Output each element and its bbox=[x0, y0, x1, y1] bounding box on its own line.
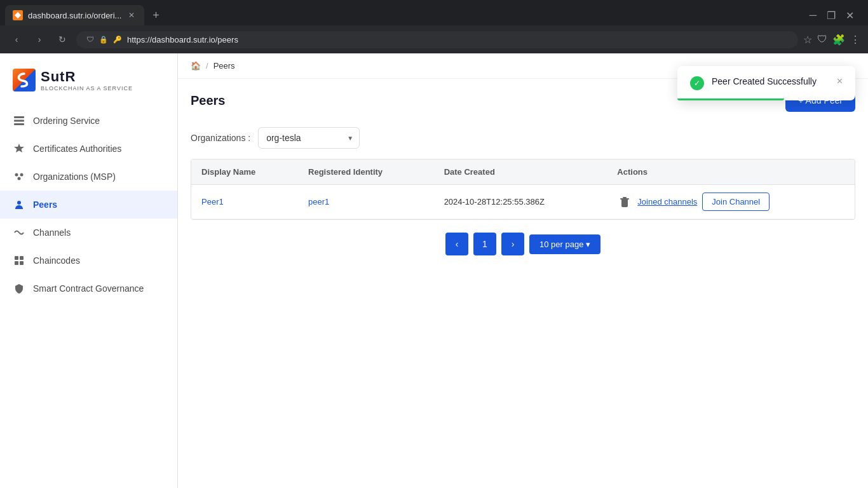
peers-table: Display Name Registered Identity Date Cr… bbox=[191, 159, 855, 219]
new-tab-button[interactable]: + bbox=[147, 6, 165, 24]
svg-point-5 bbox=[18, 177, 21, 180]
breadcrumb-home-icon[interactable]: 🏠 bbox=[191, 61, 201, 71]
svg-rect-10 bbox=[20, 261, 24, 265]
window-controls: ─ ❐ ✕ bbox=[806, 8, 863, 23]
svg-rect-1 bbox=[14, 120, 24, 122]
sidebar-item-channels[interactable]: Channels bbox=[0, 219, 177, 247]
url-text: https://dashboard.sutr.io/peers bbox=[127, 35, 238, 44]
app-layout: SutR BLOCKCHAIN AS A SERVICE Ordering Se… bbox=[0, 53, 868, 488]
forward-button[interactable]: › bbox=[31, 30, 48, 48]
organizations-icon bbox=[13, 170, 25, 183]
bookmark-icon[interactable]: ☆ bbox=[803, 34, 812, 46]
address-bar[interactable]: 🛡 🔒 🔑 https://dashboard.sutr.io/peers bbox=[76, 31, 798, 48]
minimize-button[interactable]: ─ bbox=[806, 8, 820, 22]
extensions-icon[interactable]: 🧩 bbox=[832, 34, 845, 46]
logo-icon bbox=[13, 69, 36, 92]
svg-rect-0 bbox=[14, 116, 24, 118]
sidebar-item-smart-contract-governance[interactable]: Smart Contract Governance bbox=[0, 274, 177, 302]
tab-close-button[interactable]: ✕ bbox=[126, 10, 137, 20]
lock-icon: 🔒 bbox=[99, 36, 108, 44]
breadcrumb-current: Peers bbox=[214, 61, 235, 71]
peer-identity: peer1 bbox=[298, 185, 434, 219]
sidebar: SutR BLOCKCHAIN AS A SERVICE Ordering Se… bbox=[0, 53, 178, 488]
sidebar-nav: Ordering Service Certificates Authoritie… bbox=[0, 107, 177, 302]
svg-rect-2 bbox=[14, 123, 24, 125]
filter-area: Organizations : org-tesla org-spacex org… bbox=[178, 122, 868, 159]
sidebar-item-certificates-authorities[interactable]: Certificates Authorities bbox=[0, 135, 177, 163]
logo-area: SutR BLOCKCHAIN AS A SERVICE bbox=[0, 64, 177, 107]
sidebar-label-governance: Smart Contract Governance bbox=[33, 283, 144, 294]
breadcrumb-separator: / bbox=[206, 61, 208, 71]
org-select-wrapper: org-tesla org-spacex org-neuralink bbox=[258, 127, 360, 149]
security-shield-icon: 🛡 bbox=[86, 35, 94, 44]
tab-title: dashboard.sutr.io/orderi... bbox=[28, 11, 121, 20]
table-header: Display Name Registered Identity Date Cr… bbox=[191, 159, 855, 185]
logo-text: SutR BLOCKCHAIN AS A SERVICE bbox=[41, 69, 133, 92]
col-actions: Actions bbox=[607, 159, 855, 185]
toast-close-button[interactable]: × bbox=[837, 76, 843, 86]
toast-progress-bar bbox=[677, 98, 784, 100]
svg-point-3 bbox=[15, 173, 18, 177]
toast-message: Peer Created Successfully bbox=[712, 76, 817, 86]
svg-rect-8 bbox=[20, 256, 24, 260]
delete-peer-button[interactable] bbox=[617, 194, 632, 210]
table-body: Peer1 peer1 2024-10-28T12:25:55.386Z bbox=[191, 185, 855, 219]
restore-button[interactable]: ❐ bbox=[823, 8, 839, 23]
filter-label: Organizations : bbox=[191, 133, 250, 143]
certificates-icon bbox=[13, 142, 25, 155]
sidebar-item-chaincodes[interactable]: Chaincodes bbox=[0, 247, 177, 274]
sidebar-item-organizations-msp[interactable]: Organizations (MSP) bbox=[0, 163, 177, 191]
sidebar-label-channels: Channels bbox=[33, 227, 71, 238]
shield-icon[interactable]: 🛡 bbox=[817, 34, 827, 45]
channels-icon bbox=[13, 226, 25, 239]
sidebar-item-ordering-service[interactable]: Ordering Service bbox=[0, 107, 177, 135]
col-registered-identity: Registered Identity bbox=[298, 159, 434, 185]
governance-icon bbox=[13, 282, 25, 295]
organization-select[interactable]: org-tesla org-spacex org-neuralink bbox=[258, 127, 360, 149]
toast-notification: ✓ Peer Created Successfully × bbox=[677, 66, 855, 100]
peer-identity-link[interactable]: peer1 bbox=[308, 197, 329, 207]
next-page-button[interactable]: › bbox=[501, 233, 524, 255]
toolbar-right-icons: ☆ 🛡 🧩 ⋮ bbox=[803, 34, 860, 46]
prev-page-button[interactable]: ‹ bbox=[445, 233, 468, 255]
sidebar-item-peers[interactable]: Peers bbox=[0, 191, 177, 219]
svg-rect-11 bbox=[620, 198, 629, 200]
key-icon: 🔑 bbox=[113, 36, 122, 44]
close-window-button[interactable]: ✕ bbox=[842, 8, 858, 23]
svg-rect-9 bbox=[15, 261, 18, 265]
svg-rect-7 bbox=[15, 256, 18, 260]
per-page-selector[interactable]: 10 per page ▾ bbox=[529, 234, 600, 254]
chaincodes-icon bbox=[13, 254, 25, 267]
peer-actions: Joined channels Join Channel bbox=[607, 185, 855, 219]
joined-channels-button[interactable]: Joined channels bbox=[637, 197, 697, 207]
logo-subtitle: BLOCKCHAIN AS A SERVICE bbox=[41, 85, 133, 92]
reload-button[interactable]: ↻ bbox=[53, 30, 71, 48]
peers-icon bbox=[13, 198, 25, 211]
current-page-number: 1 bbox=[473, 233, 496, 255]
toast-success-icon: ✓ bbox=[690, 76, 704, 90]
action-buttons: Joined channels Join Channel bbox=[617, 193, 844, 211]
peer-name-link[interactable]: Peer1 bbox=[201, 197, 224, 207]
table-row: Peer1 peer1 2024-10-28T12:25:55.386Z bbox=[191, 185, 855, 219]
page-title: Peers bbox=[191, 93, 226, 108]
logo: SutR BLOCKCHAIN AS A SERVICE bbox=[13, 69, 165, 92]
ordering-service-icon bbox=[13, 114, 25, 127]
svg-point-6 bbox=[17, 201, 21, 205]
pagination: ‹ 1 › 10 per page ▾ bbox=[178, 220, 868, 268]
sidebar-label-peers: Peers bbox=[33, 200, 57, 210]
peer-date-created: 2024-10-28T12:25:55.386Z bbox=[434, 185, 607, 219]
svg-point-4 bbox=[20, 173, 24, 177]
main-content: 🏠 / Peers Peers + Add Peer Organizations… bbox=[178, 53, 868, 488]
sidebar-label-certificates: Certificates Authorities bbox=[33, 144, 121, 154]
join-channel-button[interactable]: Join Channel bbox=[702, 193, 770, 211]
menu-icon[interactable]: ⋮ bbox=[850, 34, 860, 46]
col-display-name: Display Name bbox=[191, 159, 298, 185]
sidebar-label-ordering-service: Ordering Service bbox=[33, 116, 100, 126]
browser-tab-active[interactable]: dashboard.sutr.io/orderi... ✕ bbox=[5, 5, 144, 25]
sidebar-label-chaincodes: Chaincodes bbox=[33, 255, 80, 266]
col-date-created: Date Created bbox=[434, 159, 607, 185]
tab-favicon bbox=[13, 10, 23, 20]
peer-display-name: Peer1 bbox=[191, 185, 298, 219]
back-button[interactable]: ‹ bbox=[8, 30, 25, 48]
logo-title: SutR bbox=[41, 69, 133, 85]
